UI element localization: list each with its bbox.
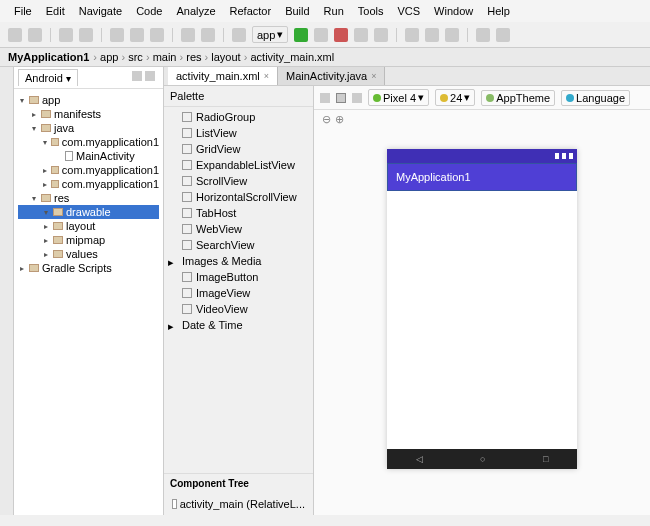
api-dropdown[interactable]: 24▾ bbox=[435, 89, 475, 106]
breadcrumb-item[interactable]: res bbox=[186, 51, 201, 63]
forward-icon[interactable] bbox=[201, 28, 215, 42]
project-view-dropdown[interactable]: Android ▾ bbox=[18, 69, 78, 86]
palette-videoview[interactable]: VideoView bbox=[168, 301, 309, 317]
menu-refactor[interactable]: Refactor bbox=[224, 3, 278, 19]
breadcrumb-item[interactable]: layout bbox=[211, 51, 240, 63]
close-icon[interactable]: × bbox=[371, 71, 376, 81]
breadcrumb-item[interactable]: app bbox=[100, 51, 118, 63]
cut-icon[interactable] bbox=[110, 28, 124, 42]
palette-imageview[interactable]: ImageView bbox=[168, 285, 309, 301]
tree-arrow-icon[interactable]: ▾ bbox=[30, 124, 38, 133]
language-dropdown[interactable]: Language bbox=[561, 90, 630, 106]
app-bar[interactable]: MyApplication1 bbox=[387, 163, 577, 191]
palette-expandablelistview[interactable]: ExpandableListView bbox=[168, 157, 309, 173]
tree-item-com-myapplication1[interactable]: ▾com.myapplication1 bbox=[18, 135, 159, 149]
tree-item-java[interactable]: ▾java bbox=[18, 121, 159, 135]
run-icon[interactable] bbox=[294, 28, 308, 42]
tree-item-drawable[interactable]: ▾drawable bbox=[18, 205, 159, 219]
palette-tabhost[interactable]: TabHost bbox=[168, 205, 309, 221]
redo-icon[interactable] bbox=[79, 28, 93, 42]
palette-gridview[interactable]: GridView bbox=[168, 141, 309, 157]
avd-icon[interactable] bbox=[425, 28, 439, 42]
menu-code[interactable]: Code bbox=[130, 3, 168, 19]
menu-vcs[interactable]: VCS bbox=[391, 3, 426, 19]
menu-help[interactable]: Help bbox=[481, 3, 516, 19]
collapse-icon[interactable] bbox=[132, 71, 142, 81]
breadcrumb-root[interactable]: MyApplication1 bbox=[8, 51, 89, 63]
nav-back-icon[interactable]: ◁ bbox=[416, 454, 423, 464]
device-preview[interactable]: MyApplication1 ◁ ○ □ bbox=[387, 149, 577, 469]
run-config-dropdown[interactable]: app ▾ bbox=[252, 26, 288, 43]
copy-icon[interactable] bbox=[130, 28, 144, 42]
palette-horizontalscrollview[interactable]: HorizontalScrollView bbox=[168, 189, 309, 205]
editor-tab[interactable]: activity_main.xml× bbox=[168, 67, 278, 85]
back-icon[interactable] bbox=[181, 28, 195, 42]
left-tool-rail[interactable] bbox=[0, 67, 14, 515]
blueprint-view-icon[interactable] bbox=[336, 93, 346, 103]
stop-icon[interactable] bbox=[374, 28, 388, 42]
tree-arrow-icon[interactable]: ▾ bbox=[42, 208, 50, 217]
palette-radiogroup[interactable]: RadioGroup bbox=[168, 109, 309, 125]
profile-icon[interactable] bbox=[334, 28, 348, 42]
menu-file[interactable]: File bbox=[8, 3, 38, 19]
tree-item-gradle-scripts[interactable]: ▸Gradle Scripts bbox=[18, 261, 159, 275]
breadcrumb-item[interactable]: src bbox=[128, 51, 143, 63]
palette-webview[interactable]: WebView bbox=[168, 221, 309, 237]
undo-icon[interactable] bbox=[59, 28, 73, 42]
close-icon[interactable]: × bbox=[264, 71, 269, 81]
palette-searchview[interactable]: SearchView bbox=[168, 237, 309, 253]
tree-arrow-icon[interactable]: ▸ bbox=[42, 180, 48, 189]
tree-item-manifests[interactable]: ▸manifests bbox=[18, 107, 159, 121]
debug-icon[interactable] bbox=[314, 28, 328, 42]
menu-build[interactable]: Build bbox=[279, 3, 315, 19]
menu-window[interactable]: Window bbox=[428, 3, 479, 19]
tree-arrow-icon[interactable]: ▾ bbox=[42, 138, 48, 147]
tree-arrow-icon[interactable]: ▸ bbox=[42, 222, 50, 231]
search-icon[interactable] bbox=[496, 28, 510, 42]
tree-arrow-icon[interactable]: ▸ bbox=[30, 110, 38, 119]
tree-item-mainactivity[interactable]: MainActivity bbox=[18, 149, 159, 163]
component-tree-item[interactable]: activity_main (RelativeL... bbox=[172, 497, 305, 511]
zoom-in-icon[interactable]: ⊕ bbox=[335, 113, 344, 126]
tree-item-layout[interactable]: ▸layout bbox=[18, 219, 159, 233]
menu-navigate[interactable]: Navigate bbox=[73, 3, 128, 19]
tree-item-res[interactable]: ▾res bbox=[18, 191, 159, 205]
orientation-icon[interactable] bbox=[352, 93, 362, 103]
structure-icon[interactable] bbox=[476, 28, 490, 42]
sync-icon[interactable] bbox=[405, 28, 419, 42]
menu-tools[interactable]: Tools bbox=[352, 3, 390, 19]
paste-icon[interactable] bbox=[150, 28, 164, 42]
tree-arrow-icon[interactable]: ▸ bbox=[42, 166, 48, 175]
palette-imagebutton[interactable]: ImageButton bbox=[168, 269, 309, 285]
save-icon[interactable] bbox=[28, 28, 42, 42]
tree-item-values[interactable]: ▸values bbox=[18, 247, 159, 261]
zoom-out-icon[interactable]: ⊖ bbox=[322, 113, 331, 126]
nav-recent-icon[interactable]: □ bbox=[543, 454, 548, 464]
tree-arrow-icon[interactable]: ▾ bbox=[30, 194, 38, 203]
breadcrumb-item[interactable]: main bbox=[153, 51, 177, 63]
attach-icon[interactable] bbox=[354, 28, 368, 42]
breadcrumb-item[interactable]: activity_main.xml bbox=[250, 51, 334, 63]
tree-item-mipmap[interactable]: ▸mipmap bbox=[18, 233, 159, 247]
palette-scrollview[interactable]: ScrollView bbox=[168, 173, 309, 189]
nav-home-icon[interactable]: ○ bbox=[480, 454, 485, 464]
tree-arrow-icon[interactable]: ▸ bbox=[42, 236, 50, 245]
tree-arrow-icon[interactable]: ▾ bbox=[18, 96, 26, 105]
editor-tab[interactable]: MainActivity.java× bbox=[278, 67, 385, 85]
palette-images-media[interactable]: ▸Images & Media bbox=[168, 253, 309, 269]
sdk-icon[interactable] bbox=[445, 28, 459, 42]
menu-edit[interactable]: Edit bbox=[40, 3, 71, 19]
tree-arrow-icon[interactable]: ▸ bbox=[18, 264, 26, 273]
palette-listview[interactable]: ListView bbox=[168, 125, 309, 141]
theme-dropdown[interactable]: AppTheme bbox=[481, 90, 555, 106]
open-icon[interactable] bbox=[8, 28, 22, 42]
menu-run[interactable]: Run bbox=[318, 3, 350, 19]
gear-icon[interactable] bbox=[145, 71, 155, 81]
menu-analyze[interactable]: Analyze bbox=[170, 3, 221, 19]
tree-item-com-myapplication1[interactable]: ▸com.myapplication1 bbox=[18, 177, 159, 191]
palette-date-time[interactable]: ▸Date & Time bbox=[168, 317, 309, 333]
device-dropdown[interactable]: Pixel 4▾ bbox=[368, 89, 429, 106]
build-icon[interactable] bbox=[232, 28, 246, 42]
tree-item-app[interactable]: ▾app bbox=[18, 93, 159, 107]
tree-item-com-myapplication1[interactable]: ▸com.myapplication1 bbox=[18, 163, 159, 177]
